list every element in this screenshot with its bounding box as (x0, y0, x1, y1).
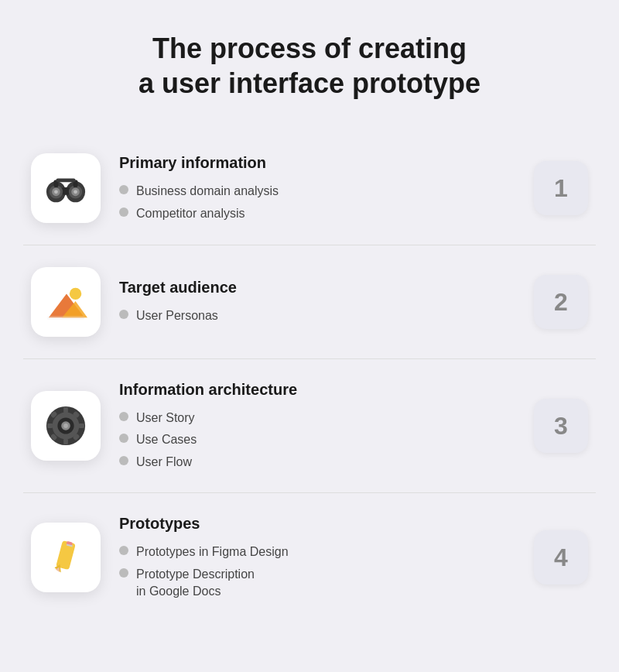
svg-rect-11 (56, 178, 75, 182)
step-content-1: Primary informationBusiness domain analy… (119, 154, 515, 222)
step-number-4: 4 (534, 530, 588, 585)
step-title-3: Information architecture (119, 381, 515, 399)
step-items-2: User Personas (119, 307, 515, 324)
step-icon-2 (31, 267, 101, 337)
step-row-4: PrototypesPrototypes in Figma DesignProt… (23, 493, 596, 622)
list-item: Prototypes in Figma Design (119, 543, 515, 561)
svg-rect-15 (47, 316, 84, 320)
list-item-text: Prototypes in Figma Design (136, 543, 289, 561)
list-item: User Personas (119, 307, 515, 324)
step-row-3: Information architectureUser StoryUse Ca… (23, 359, 596, 493)
bullet-icon (119, 310, 128, 319)
step-items-1: Business domain analysisCompetitor analy… (119, 183, 515, 222)
list-item: Business domain analysis (119, 183, 515, 200)
step-icon-3 (31, 391, 101, 461)
list-item: User Flow (119, 454, 515, 471)
step-number-3: 3 (534, 399, 588, 453)
svg-rect-17 (63, 407, 68, 413)
step-title-2: Target audience (119, 279, 515, 297)
list-item: Competitor analysis (119, 205, 515, 222)
bullet-icon (119, 412, 128, 421)
step-icon-1 (31, 153, 101, 223)
step-row-1: Primary informationBusiness domain analy… (23, 132, 596, 245)
step-number-2: 2 (534, 275, 588, 329)
bullet-icon (119, 434, 128, 443)
svg-point-7 (54, 190, 58, 194)
step-items-4: Prototypes in Figma DesignPrototype Desc… (119, 543, 515, 600)
list-item-text: User Personas (136, 307, 218, 324)
page-title: The process of creating a user interface… (139, 31, 480, 101)
svg-rect-19 (47, 423, 53, 428)
step-content-4: PrototypesPrototypes in Figma DesignProt… (119, 515, 515, 600)
svg-point-12 (70, 288, 81, 300)
list-item-text: Use Cases (136, 431, 197, 448)
step-content-3: Information architectureUser StoryUse Ca… (119, 381, 515, 471)
step-content-2: Target audienceUser Personas (119, 279, 515, 324)
list-item-text: Competitor analysis (136, 205, 245, 222)
step-title-4: Prototypes (119, 515, 515, 533)
svg-rect-20 (78, 423, 84, 428)
list-item: Prototype Descriptionin Google Docs (119, 566, 515, 601)
list-item-text: User Story (136, 410, 195, 427)
list-item-text: Prototype Descriptionin Google Docs (136, 566, 255, 601)
list-item: User Story (119, 410, 515, 427)
svg-point-8 (74, 190, 77, 194)
list-item: Use Cases (119, 431, 515, 448)
svg-rect-18 (63, 438, 68, 444)
step-number-1: 1 (534, 161, 588, 215)
list-item-text: User Flow (136, 454, 192, 471)
step-row-2: Target audienceUser Personas2 (23, 245, 596, 359)
bullet-icon (119, 207, 128, 217)
step-items-3: User StoryUse CasesUser Flow (119, 410, 515, 471)
list-item-text: Business domain analysis (136, 183, 279, 200)
bullet-icon (119, 546, 128, 555)
step-icon-4 (31, 523, 101, 592)
svg-point-28 (63, 423, 68, 428)
step-title-1: Primary information (119, 154, 515, 172)
steps-list: Primary informationBusiness domain analy… (23, 132, 596, 622)
bullet-icon (119, 568, 128, 578)
bullet-icon (119, 185, 128, 194)
bullet-icon (119, 456, 128, 465)
